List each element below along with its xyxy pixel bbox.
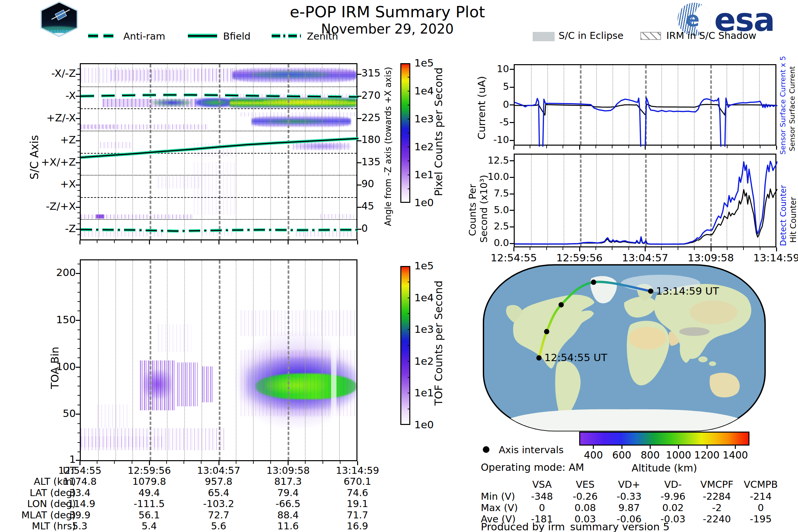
x-tick — [678, 247, 678, 250]
x-tick — [288, 241, 289, 244]
colorbar-tick: 1e4 — [414, 292, 434, 303]
voltage-cell: -214 — [734, 491, 787, 501]
voltage-col-header: VCMPB — [734, 479, 787, 490]
ephemeris-cell: -66.5 — [253, 499, 323, 509]
x-tick — [166, 241, 167, 243]
cbar-minortick — [407, 174, 410, 175]
x-tick — [201, 241, 202, 243]
time-gridline — [253, 260, 254, 460]
x-tick — [149, 241, 150, 244]
y-minortick — [77, 386, 80, 386]
x-tick — [114, 241, 115, 243]
y-minortick — [77, 201, 80, 202]
x-tick — [760, 247, 760, 250]
ephemeris-cell: -111.5 — [114, 499, 184, 509]
x-tick — [305, 461, 306, 464]
time-gridline — [98, 260, 99, 460]
cbar-minortick — [407, 147, 410, 147]
axis-intervals-label: Axis intervals — [499, 444, 564, 456]
time-gridline — [202, 260, 202, 460]
ephemeris-cell: 1174.8 — [45, 476, 115, 487]
y-tick — [76, 460, 80, 461]
x-tick — [727, 247, 727, 250]
y-tick — [510, 160, 514, 161]
sc-axis-row-label: -Z — [30, 224, 76, 233]
x-tick — [114, 461, 115, 464]
y-tick — [510, 140, 514, 141]
ephemeris-cell: 13:04:57 — [184, 466, 254, 475]
x-tick — [776, 247, 777, 251]
time-gridline — [132, 260, 133, 460]
bfield-legend-line-icon — [187, 33, 218, 39]
ephemeris-cell: 957.8 — [184, 476, 254, 487]
colorbar-tick: 1e1 — [414, 170, 434, 179]
y-minortick — [77, 405, 80, 405]
overlay-line-legend: Anti-ram Bfield Zenith — [85, 31, 364, 42]
toa-ytick: 100 — [39, 361, 76, 372]
x-tick — [184, 241, 184, 243]
counters-ytick: 0.0 — [483, 238, 509, 248]
alt-tick — [593, 445, 594, 449]
y-minortick — [77, 157, 80, 158]
toa-spectrogram — [80, 259, 358, 461]
cbar-minortick — [407, 298, 410, 298]
shadow-legend-label: IRM in S/C Shadow — [666, 30, 757, 41]
x-tick — [305, 241, 306, 243]
pixel-counts-colorbar-label: Pixel Counts per Second — [432, 76, 445, 196]
y-tick — [358, 96, 361, 97]
colorbar-tick: 1e5 — [414, 58, 434, 68]
satellite-icon — [55, 9, 67, 21]
antiram-legend-line-icon — [88, 33, 118, 39]
y-minortick — [77, 179, 80, 180]
ephemeris-cell: 79.4 — [253, 488, 323, 498]
current-right-label-black: Sensor Surface Current — [788, 61, 796, 151]
x-tick — [132, 241, 132, 243]
colorbar-tick: 1e4 — [414, 86, 434, 96]
y-tick — [358, 140, 361, 141]
x-tick — [166, 461, 167, 464]
counters-ytick: 5.0 — [483, 205, 509, 215]
y-minortick — [77, 174, 80, 174]
altitude-colorbar — [579, 432, 749, 445]
y-tick — [358, 118, 361, 119]
y-minortick — [77, 152, 80, 152]
ephemeris-cell: 12:54:55 — [45, 466, 115, 475]
x-tick — [743, 146, 744, 148]
ephemeris-cell: 39.9 — [45, 510, 115, 520]
x-tick — [530, 146, 530, 148]
y-minortick — [77, 107, 80, 108]
alt-tick — [678, 445, 679, 449]
ephemeris-cell: 49.4 — [114, 488, 184, 498]
counters-series — [515, 155, 777, 248]
colorbar-tick: 1e3 — [414, 324, 434, 334]
angle-right-tick: 135 — [361, 157, 388, 167]
x-tick — [645, 247, 646, 251]
y-tick — [510, 226, 514, 227]
ephemeris-cell: 5.3 — [45, 521, 115, 531]
x-tick — [357, 241, 358, 244]
y-minortick — [77, 442, 80, 443]
ephemeris-cell: 11.6 — [253, 521, 323, 531]
page-title: e-POP IRM Summary Plot — [221, 3, 554, 21]
cbar-minortick — [407, 133, 410, 133]
alt-tick — [622, 445, 623, 449]
colorbar-tick: 1e5 — [414, 261, 434, 271]
y-minortick — [77, 339, 80, 340]
x-tick — [710, 247, 711, 251]
y-tick — [358, 185, 361, 186]
x-tick — [743, 247, 744, 250]
x-tick — [530, 247, 530, 250]
sc-axis-row-label: +X — [30, 179, 76, 189]
cbar-minortick — [407, 408, 410, 409]
y-minortick — [77, 310, 80, 311]
angle-panel-ylabel: S/C Axis — [28, 126, 41, 179]
y-minortick — [77, 96, 80, 97]
y-minortick — [77, 140, 80, 141]
y-tick — [510, 104, 514, 106]
time-gridline — [219, 260, 221, 460]
x-tick — [760, 146, 760, 148]
x-tick — [79, 241, 80, 244]
toa-ytick: 200 — [39, 267, 76, 277]
time-gridline — [288, 260, 289, 460]
current-right-label-blue: Sensor Surface Current x 5 — [779, 58, 787, 155]
